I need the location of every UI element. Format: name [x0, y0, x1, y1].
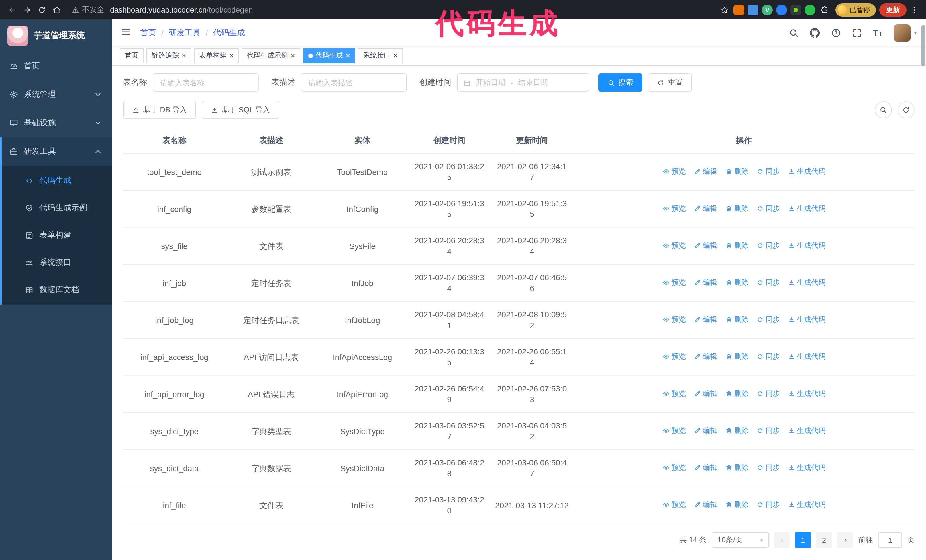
refresh-table-button[interactable]: [897, 101, 915, 118]
search-icon[interactable]: [789, 28, 799, 38]
preview-link[interactable]: 预览: [663, 463, 686, 473]
close-icon[interactable]: ×: [182, 52, 186, 59]
view-tab[interactable]: 系统接口×: [358, 48, 403, 63]
bookmark-star-icon[interactable]: [717, 2, 732, 17]
edit-link[interactable]: 编辑: [694, 278, 717, 288]
extension-icon-1[interactable]: [733, 4, 744, 15]
delete-link[interactable]: 删除: [725, 203, 749, 214]
toggle-search-button[interactable]: [875, 101, 892, 118]
reset-button[interactable]: 重置: [648, 74, 692, 92]
delete-link[interactable]: 删除: [725, 314, 749, 325]
edit-link[interactable]: 编辑: [694, 352, 717, 362]
close-icon[interactable]: ×: [346, 52, 350, 59]
sidebar-subitem-form-builder[interactable]: 表单构建: [2, 222, 112, 249]
view-tab[interactable]: 代码生成×: [303, 48, 355, 63]
close-icon[interactable]: ×: [393, 52, 398, 59]
vue-devtools-extension-icon[interactable]: V: [762, 4, 773, 15]
browser-home-button[interactable]: [49, 2, 64, 17]
preview-link[interactable]: 预览: [663, 240, 686, 251]
preview-link[interactable]: 预览: [663, 314, 686, 325]
delete-link[interactable]: 删除: [725, 463, 749, 473]
edit-link[interactable]: 编辑: [694, 166, 717, 177]
view-tab[interactable]: 链路追踪×: [147, 48, 191, 63]
browser-menu-button[interactable]: [906, 2, 921, 17]
sidebar-subitem-db-doc[interactable]: 数据库文档: [2, 276, 112, 303]
hamburger-icon[interactable]: [121, 27, 131, 39]
extension-icon-2[interactable]: [747, 4, 758, 15]
delete-link[interactable]: 删除: [725, 278, 749, 288]
browser-update-button[interactable]: 更新: [879, 3, 906, 16]
generate-code-link[interactable]: 生成代码: [788, 314, 825, 325]
table-name-input[interactable]: [153, 74, 259, 92]
edit-link[interactable]: 编辑: [694, 314, 717, 325]
goto-page-input[interactable]: [878, 532, 902, 548]
generate-code-link[interactable]: 生成代码: [788, 426, 825, 436]
import-sql-button[interactable]: 基于 SQL 导入: [202, 101, 280, 119]
profile-sync-paused-chip[interactable]: 已暂停: [835, 3, 876, 16]
fullscreen-icon[interactable]: [852, 28, 862, 38]
preview-link[interactable]: 预览: [663, 426, 686, 436]
sidebar-item-system-management[interactable]: 系统管理: [0, 80, 112, 109]
generate-code-link[interactable]: 生成代码: [788, 500, 825, 510]
delete-link[interactable]: 删除: [725, 166, 749, 177]
edit-link[interactable]: 编辑: [694, 203, 717, 214]
next-page-button[interactable]: [837, 532, 853, 548]
view-tab[interactable]: 代码生成示例×: [242, 48, 300, 63]
search-button[interactable]: 搜索: [598, 74, 642, 92]
scrollbar-thumb[interactable]: [921, 25, 925, 66]
extension-icon-5[interactable]: [790, 4, 801, 15]
sync-link[interactable]: 同步: [757, 314, 780, 325]
page-button-2[interactable]: 2: [816, 532, 832, 548]
generate-code-link[interactable]: 生成代码: [788, 352, 825, 362]
sidebar-item-home[interactable]: 首页: [0, 52, 112, 80]
extensions-puzzle-icon[interactable]: [817, 2, 832, 17]
font-size-icon[interactable]: TT: [873, 28, 883, 38]
generate-code-link[interactable]: 生成代码: [788, 203, 825, 214]
close-icon[interactable]: ×: [229, 52, 234, 59]
sync-link[interactable]: 同步: [757, 426, 780, 436]
breadcrumb-devtools[interactable]: 研发工具: [169, 28, 201, 38]
sync-link[interactable]: 同步: [757, 463, 780, 473]
preview-link[interactable]: 预览: [663, 203, 686, 214]
import-db-button[interactable]: 基于 DB 导入: [123, 101, 196, 119]
delete-link[interactable]: 删除: [725, 426, 749, 436]
sidebar-item-infrastructure[interactable]: 基础设施: [0, 109, 112, 137]
edit-link[interactable]: 编辑: [694, 463, 717, 473]
table-desc-input[interactable]: [301, 74, 407, 92]
help-icon[interactable]: [831, 28, 841, 38]
browser-back-button[interactable]: [5, 2, 20, 17]
user-avatar-menu[interactable]: ▾: [894, 24, 917, 41]
sidebar-subitem-system-api[interactable]: 系统接口: [2, 249, 112, 276]
browser-reload-button[interactable]: [34, 2, 49, 17]
sidebar-subitem-codegen-example[interactable]: 代码生成示例: [2, 194, 112, 222]
sync-link[interactable]: 同步: [757, 500, 780, 510]
edit-link[interactable]: 编辑: [694, 388, 717, 399]
breadcrumb-current[interactable]: 代码生成: [213, 28, 245, 38]
edit-link[interactable]: 编辑: [694, 500, 717, 510]
view-tab[interactable]: 首页: [120, 48, 144, 63]
close-icon[interactable]: ×: [291, 52, 295, 59]
site-security-chip[interactable]: 不安全: [72, 5, 104, 15]
github-icon[interactable]: [810, 28, 820, 38]
sync-link[interactable]: 同步: [757, 278, 780, 288]
sync-link[interactable]: 同步: [757, 166, 780, 177]
sync-link[interactable]: 同步: [757, 240, 780, 251]
generate-code-link[interactable]: 生成代码: [788, 388, 825, 399]
sync-link[interactable]: 同步: [757, 203, 780, 214]
page-button-1[interactable]: 1: [795, 532, 811, 548]
breadcrumb-home[interactable]: 首页: [140, 28, 156, 38]
edit-link[interactable]: 编辑: [694, 426, 717, 436]
extension-icon-6[interactable]: [805, 4, 816, 15]
sidebar-item-devtools[interactable]: 研发工具: [2, 137, 112, 166]
preview-link[interactable]: 预览: [663, 388, 686, 399]
address-bar[interactable]: dashboard.yudao.iocoder.cn/tool/codegen: [110, 5, 253, 14]
page-size-select[interactable]: 10条/页 ▾: [712, 532, 769, 548]
generate-code-link[interactable]: 生成代码: [788, 278, 825, 288]
app-logo-row[interactable]: 芋道管理系统: [0, 20, 112, 52]
generate-code-link[interactable]: 生成代码: [788, 166, 825, 177]
sidebar-subitem-codegen[interactable]: 代码生成: [2, 167, 112, 194]
sync-link[interactable]: 同步: [757, 388, 780, 399]
browser-forward-button[interactable]: [20, 2, 34, 17]
extension-icon-4[interactable]: [776, 4, 787, 15]
delete-link[interactable]: 删除: [725, 500, 749, 510]
